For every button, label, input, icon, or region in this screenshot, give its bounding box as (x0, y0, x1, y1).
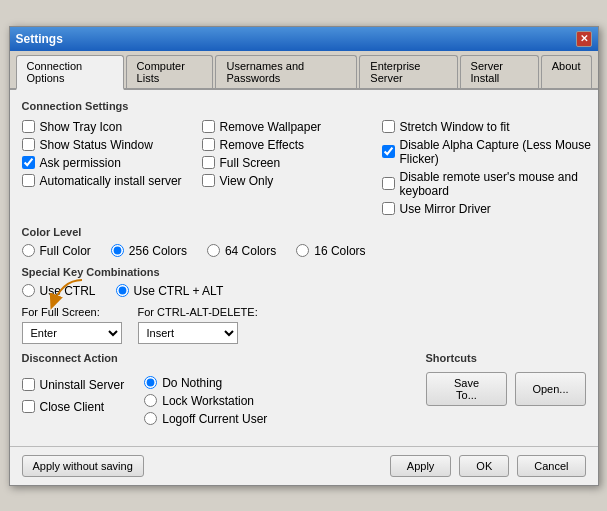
checkbox-full-screen: Full Screen (202, 154, 382, 172)
connection-settings-grid: Show Tray Icon Show Status Window Ask pe… (22, 118, 586, 218)
connection-settings-label: Connection Settings (22, 100, 586, 112)
view-only-label: View Only (220, 174, 274, 188)
tab-about[interactable]: About (541, 55, 592, 88)
connection-settings-section: Connection Settings Show Tray Icon Show … (22, 100, 586, 218)
64-colors-radio[interactable] (207, 244, 220, 257)
radio-do-nothing: Do Nothing (144, 376, 415, 390)
do-nothing-label: Do Nothing (162, 376, 222, 390)
checkbox-remove-effects: Remove Effects (202, 136, 382, 154)
color-level-label: Color Level (22, 226, 586, 238)
checkbox-stretch-window: Stretch Window to fit (382, 118, 592, 136)
tab-connection-options[interactable]: Connection Options (16, 55, 124, 90)
show-tray-icon-checkbox[interactable] (22, 120, 35, 133)
color-level-section: Color Level Full Color 256 Colors 64 Col… (22, 226, 586, 258)
remove-wallpaper-label: Remove Wallpaper (220, 120, 322, 134)
use-mirror-driver-label: Use Mirror Driver (400, 202, 491, 216)
use-ctrl-label: Use CTRL (40, 284, 96, 298)
auto-install-server-label: Automatically install server (40, 174, 182, 188)
remove-effects-label: Remove Effects (220, 138, 304, 152)
shortcuts-section: Shortcuts Save To... Open... (426, 352, 586, 426)
remove-wallpaper-checkbox[interactable] (202, 120, 215, 133)
use-ctrl-radio[interactable] (22, 284, 35, 297)
open-button[interactable]: Open... (515, 372, 585, 406)
shortcuts-buttons: Save To... Open... (426, 372, 586, 406)
disable-alpha-capture-checkbox[interactable] (382, 145, 395, 158)
disconnect-content: Uninstall Server Close Client Do Nothing (22, 370, 416, 426)
checkbox-uninstall-server: Uninstall Server (22, 376, 125, 394)
use-ctrl-alt-radio[interactable] (116, 284, 129, 297)
tab-server-install[interactable]: Server Install (460, 55, 539, 88)
disconnect-checkboxes: Uninstall Server Close Client (22, 376, 125, 426)
color-level-options: Full Color 256 Colors 64 Colors 16 Color… (22, 244, 586, 258)
checkbox-ask-permission: Ask permission (22, 154, 202, 172)
checkbox-disable-alpha-capture: Disable Alpha Capture (Less Mouse Flicke… (382, 136, 592, 168)
full-screen-select[interactable]: Enter F8 F12 (22, 322, 122, 344)
checkbox-auto-install-server: Automatically install server (22, 172, 202, 190)
disconnect-action-label: Disconnect Action (22, 352, 416, 364)
cancel-button[interactable]: Cancel (517, 455, 585, 477)
radio-full-color: Full Color (22, 244, 91, 258)
auto-install-server-checkbox[interactable] (22, 174, 35, 187)
shortcuts-label: Shortcuts (426, 352, 586, 364)
remove-effects-checkbox[interactable] (202, 138, 215, 151)
col3: Stretch Window to fit Disable Alpha Capt… (382, 118, 592, 218)
tab-enterprise-server[interactable]: Enterprise Server (359, 55, 457, 88)
64-colors-label: 64 Colors (225, 244, 276, 258)
view-only-checkbox[interactable] (202, 174, 215, 187)
16-colors-radio[interactable] (296, 244, 309, 257)
lock-workstation-label: Lock Workstation (162, 394, 254, 408)
checkbox-disable-remote-mouse: Disable remote user's mouse and keyboard (382, 168, 592, 200)
disable-remote-mouse-label: Disable remote user's mouse and keyboard (400, 170, 592, 198)
full-screen-dropdown-label: For Full Screen: (22, 306, 122, 318)
radio-logoff-user: Logoff Current User (144, 412, 415, 426)
lock-workstation-radio[interactable] (144, 394, 157, 407)
close-client-checkbox[interactable] (22, 400, 35, 413)
special-key-section: Special Key Combinations Use CTRL Use CT… (22, 266, 586, 344)
special-key-options: Use CTRL Use CTRL + ALT (22, 284, 586, 298)
titlebar: Settings ✕ (10, 27, 598, 51)
256-colors-radio[interactable] (111, 244, 124, 257)
show-status-window-label: Show Status Window (40, 138, 153, 152)
apply-without-saving-button[interactable]: Apply without saving (22, 455, 144, 477)
full-screen-dropdown-group: For Full Screen: Enter F8 F12 (22, 306, 122, 344)
full-color-radio[interactable] (22, 244, 35, 257)
stretch-window-checkbox[interactable] (382, 120, 395, 133)
ctrl-alt-delete-select[interactable]: Insert F8 Delete (138, 322, 238, 344)
ask-permission-checkbox[interactable] (22, 156, 35, 169)
ok-button[interactable]: OK (459, 455, 509, 477)
use-mirror-driver-checkbox[interactable] (382, 202, 395, 215)
bottom-section: Disconnect Action Uninstall Server Close… (22, 352, 586, 426)
logoff-user-radio[interactable] (144, 412, 157, 425)
uninstall-server-label: Uninstall Server (40, 378, 125, 392)
save-to-button[interactable]: Save To... (426, 372, 508, 406)
settings-window: Settings ✕ Connection Options Computer L… (9, 26, 599, 486)
tab-content: Connection Settings Show Tray Icon Show … (10, 90, 598, 446)
footer-right-buttons: Apply OK Cancel (390, 455, 586, 477)
col2: Remove Wallpaper Remove Effects Full Scr… (202, 118, 382, 218)
checkbox-remove-wallpaper: Remove Wallpaper (202, 118, 382, 136)
tab-usernames-passwords[interactable]: Usernames and Passwords (215, 55, 357, 88)
close-button[interactable]: ✕ (576, 31, 592, 47)
footer: Apply without saving Apply OK Cancel (10, 446, 598, 485)
radio-64-colors: 64 Colors (207, 244, 276, 258)
show-tray-icon-label: Show Tray Icon (40, 120, 123, 134)
uninstall-server-checkbox[interactable] (22, 378, 35, 391)
full-color-label: Full Color (40, 244, 91, 258)
checkbox-close-client: Close Client (22, 398, 125, 416)
apply-button[interactable]: Apply (390, 455, 452, 477)
16-colors-label: 16 Colors (314, 244, 365, 258)
disconnect-action-section: Disconnect Action Uninstall Server Close… (22, 352, 416, 426)
show-status-window-checkbox[interactable] (22, 138, 35, 151)
tab-computer-lists[interactable]: Computer Lists (126, 55, 214, 88)
checkbox-view-only: View Only (202, 172, 382, 190)
disable-remote-mouse-checkbox[interactable] (382, 177, 395, 190)
ctrl-alt-delete-dropdown-group: For CTRL-ALT-DELETE: Insert F8 Delete (138, 306, 258, 344)
radio-use-ctrl: Use CTRL (22, 284, 96, 298)
dropdowns-row: For Full Screen: Enter F8 F12 For CTRL-A… (22, 306, 586, 344)
full-screen-checkbox[interactable] (202, 156, 215, 169)
tab-bar: Connection Options Computer Lists Userna… (10, 51, 598, 90)
radio-256-colors: 256 Colors (111, 244, 187, 258)
checkbox-show-tray-icon: Show Tray Icon (22, 118, 202, 136)
256-colors-label: 256 Colors (129, 244, 187, 258)
do-nothing-radio[interactable] (144, 376, 157, 389)
